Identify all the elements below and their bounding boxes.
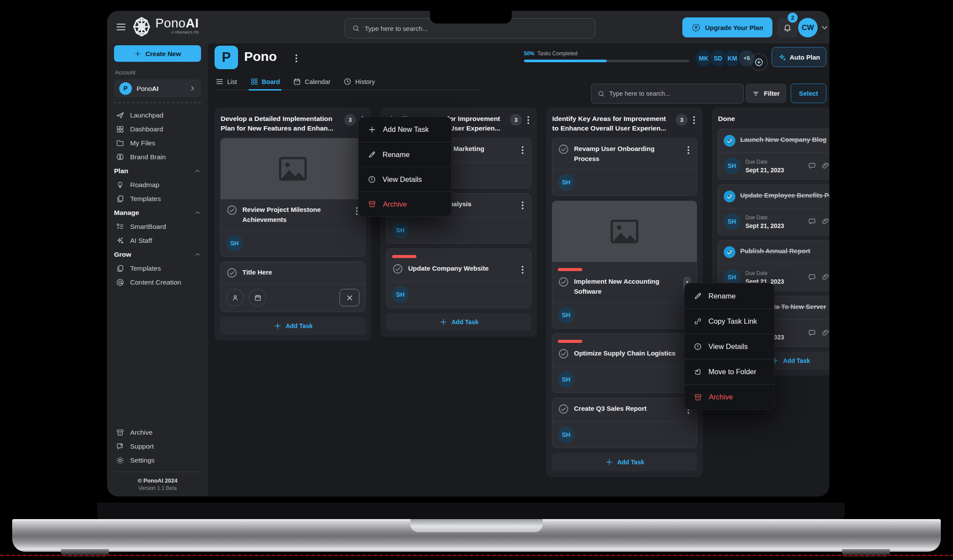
user-avatar[interactable]: CW — [798, 18, 818, 37]
plus-icon — [134, 50, 141, 57]
column-header: Identify Key Areas for Improvement to En… — [552, 113, 697, 138]
check-icon[interactable] — [558, 144, 569, 155]
create-new-button[interactable]: Create New — [114, 45, 201, 62]
board-menu-kebab-icon[interactable] — [294, 52, 299, 64]
column-title: Done — [718, 114, 829, 124]
kebab-menu-icon[interactable] — [526, 114, 531, 126]
sidebar-item-brand-brain[interactable]: Brand Brain — [114, 150, 201, 164]
assignee-avatar[interactable]: SH — [558, 426, 574, 443]
task-card[interactable]: Title Here — [220, 262, 366, 312]
hamburger-menu-icon[interactable] — [115, 21, 127, 33]
select-button[interactable]: Select — [791, 84, 826, 103]
account-chevron-down-icon[interactable] — [820, 23, 829, 32]
menu-item-copy-task-link[interactable]: Copy Task Link — [685, 309, 774, 334]
menu-item-rename[interactable]: Rename — [685, 283, 774, 309]
check-icon[interactable] — [558, 403, 569, 415]
auto-plan-button[interactable]: Auto Plan — [772, 47, 826, 67]
filter-button[interactable]: Filter — [745, 84, 786, 103]
sidebar-section-plan[interactable]: Plan — [114, 164, 201, 178]
comments-button[interactable] — [808, 329, 816, 337]
add-task-button[interactable]: Add Task — [386, 313, 531, 331]
check-icon[interactable] — [558, 276, 569, 288]
upgrade-plan-button[interactable]: Upgrade Your Plan — [682, 17, 772, 37]
task-complete-icon[interactable] — [724, 246, 735, 258]
sidebar-section-manage[interactable]: Manage — [114, 206, 201, 220]
sidebar-item-my-files[interactable]: My Files — [114, 136, 201, 150]
kebab-menu-icon[interactable] — [520, 199, 525, 211]
check-icon[interactable] — [226, 267, 238, 278]
check-icon[interactable] — [392, 263, 403, 275]
add-task-label: Add Task — [286, 322, 313, 329]
kebab-menu-icon[interactable] — [520, 144, 525, 156]
kebab-menu-icon[interactable] — [686, 144, 691, 156]
sidebar-item-roadmap[interactable]: Roadmap — [114, 178, 201, 192]
kebab-menu-icon[interactable] — [520, 264, 525, 276]
attachments-button[interactable]: 2 — [822, 329, 829, 337]
task-card[interactable]: Update Employee Benefits PackageSHDue Da… — [718, 184, 829, 235]
comments-button[interactable] — [808, 161, 816, 170]
board-tabs: ListBoardCalendarHistory — [215, 77, 482, 90]
menu-item-archive[interactable]: Archive — [359, 191, 451, 216]
sidebar-item-label: Brand Brain — [130, 153, 166, 161]
tab-calendar[interactable]: Calendar — [293, 77, 330, 86]
move-folder-icon — [694, 368, 702, 376]
column-count-badge: 3 — [344, 114, 356, 126]
sidebar-item-launchpad[interactable]: Launchpad — [114, 108, 201, 122]
sidebar-item-templates[interactable]: Templates — [114, 192, 201, 206]
add-task-button[interactable]: Add Task — [220, 317, 366, 335]
assignee-avatar[interactable]: SH — [724, 158, 740, 174]
kebab-menu-icon[interactable] — [691, 114, 697, 126]
menu-item-view-details[interactable]: View Details — [685, 334, 774, 359]
sidebar-item-dashboard[interactable]: Dashboard — [114, 122, 201, 136]
card-title: Optimize Supply Chain Logistics — [574, 349, 681, 359]
sidebar-item-settings[interactable]: Settings — [114, 453, 201, 467]
assignee-avatar[interactable]: SH — [558, 174, 574, 191]
add-member-button[interactable] — [750, 54, 768, 71]
task-card[interactable]: Revamp User Onboarding ProcessSH — [552, 138, 697, 196]
check-icon[interactable] — [558, 348, 569, 359]
list-icon — [215, 77, 224, 86]
attachments-button[interactable]: 2 — [822, 217, 829, 225]
tab-history[interactable]: History — [343, 77, 375, 86]
tab-board[interactable]: Board — [250, 77, 280, 86]
attachments-button[interactable]: 2 — [822, 273, 829, 281]
sidebar-item-support[interactable]: Support — [114, 439, 201, 453]
comments-button[interactable] — [808, 273, 816, 282]
assignee-avatar[interactable]: SH — [226, 235, 243, 251]
task-complete-icon[interactable] — [724, 191, 735, 202]
tab-list[interactable]: List — [215, 77, 237, 86]
task-complete-icon[interactable] — [724, 135, 735, 147]
assignee-avatar[interactable]: SH — [392, 286, 409, 303]
menu-item-add-new-task[interactable]: Add New Task — [359, 117, 451, 142]
task-card[interactable]: Create Q3 Sales ReportSH — [552, 398, 697, 448]
account-switcher[interactable]: P PonoAI — [114, 79, 201, 97]
attachments-button[interactable]: 2 — [822, 161, 829, 170]
assignee-avatar[interactable]: SH — [392, 222, 409, 238]
set-due-date-button[interactable] — [249, 289, 266, 306]
menu-item-view-details[interactable]: View Details — [359, 167, 451, 191]
add-task-button[interactable]: Add Task — [552, 453, 697, 471]
check-icon[interactable] — [226, 205, 238, 216]
cancel-draft-button[interactable] — [339, 289, 359, 306]
task-card[interactable]: Launch New Company BlogSHDue DateSept 21… — [718, 129, 829, 180]
assignee-avatar[interactable]: SH — [724, 213, 740, 230]
sidebar-item-templates[interactable]: Templates — [114, 262, 201, 275]
assign-person-button[interactable] — [226, 289, 244, 306]
comments-button[interactable] — [808, 217, 816, 226]
task-card[interactable]: Review Project Milestone AchievementsSH — [220, 138, 366, 257]
sidebar-item-content-creation[interactable]: Content Creation — [114, 275, 201, 289]
sidebar-item-ai-staff[interactable]: AI Staff — [114, 234, 201, 248]
sidebar-item-archive[interactable]: Archive — [114, 426, 201, 439]
menu-item-rename[interactable]: Rename — [359, 142, 451, 167]
assignee-avatar[interactable]: SH — [558, 307, 574, 323]
board-search-input[interactable]: Type here to search... — [591, 84, 744, 104]
sidebar-item-smartboard[interactable]: SmartBoard — [114, 220, 201, 234]
task-card[interactable]: Update Company WebsiteSH — [386, 248, 531, 308]
card-footer: SHDue DateSept 21, 20232 — [718, 152, 829, 179]
task-card[interactable]: Implement New Accounting SoftwareSH — [552, 201, 697, 329]
sidebar-section-grow[interactable]: Grow — [114, 248, 201, 262]
assignee-avatar[interactable]: SH — [558, 371, 574, 388]
menu-item-archive[interactable]: Archive — [685, 384, 774, 409]
task-card[interactable]: Optimize Supply Chain LogisticsSH — [552, 333, 697, 393]
menu-item-move-to-folder[interactable]: Move to Folder — [685, 359, 774, 384]
